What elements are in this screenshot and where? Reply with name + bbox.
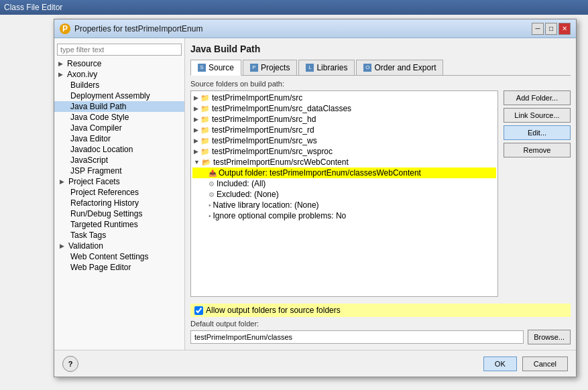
folder-icon: 📁 xyxy=(200,126,210,135)
sidebar-item-run-debug[interactable]: Run/Debug Settings xyxy=(54,208,184,219)
filter-input[interactable] xyxy=(57,44,182,56)
sidebar-item-web-content[interactable]: Web Content Settings xyxy=(54,251,184,262)
list-item[interactable]: ⚙ Excluded: (None) xyxy=(192,189,496,200)
maximize-button[interactable]: □ xyxy=(545,23,557,35)
folder-icon: 📂 xyxy=(202,158,211,167)
src-path: testPrimeImportEnum/src xyxy=(212,93,302,103)
expand-icon: ▶ xyxy=(194,116,198,123)
sidebar-item-java-editor[interactable]: Java Editor xyxy=(54,133,184,144)
tab-label: Order and Export xyxy=(374,63,436,72)
sidebar-item-label: JSP Fragment xyxy=(70,166,121,176)
bullet-icon: • xyxy=(209,212,211,220)
folder-icon: 📁 xyxy=(200,94,210,103)
folder-icon: 📁 xyxy=(200,147,210,156)
help-button[interactable]: ? xyxy=(62,356,78,372)
sidebar-item-web-page-editor[interactable]: Web Page Editor xyxy=(54,262,184,273)
help-area: ? xyxy=(62,356,78,372)
sidebar-item-javadoc[interactable]: Javadoc Location xyxy=(54,144,184,155)
sidebar-item-project-references[interactable]: Project References xyxy=(54,187,184,198)
list-item[interactable]: • Native library location: (None) xyxy=(192,200,496,210)
src-path: testPrimeImportEnum/src_ws xyxy=(212,136,317,145)
sidebar-item-label: Task Tags xyxy=(70,231,106,240)
dialog-title-bar: P Properties for testPrimeImportEnum ─ □… xyxy=(54,19,576,38)
sidebar-item-java-compiler[interactable]: Java Compiler xyxy=(54,123,184,133)
source-label: Source folders on build path: xyxy=(190,80,571,88)
output-folder-input[interactable] xyxy=(190,330,524,344)
list-item[interactable]: 📤 Output folder: testPrimeImportEnum/cla… xyxy=(192,168,496,178)
allow-output-folders-checkbox[interactable] xyxy=(194,306,203,315)
output-folder-icon: 📤 xyxy=(209,170,217,177)
tab-libraries[interactable]: L Libraries xyxy=(298,60,355,75)
list-item[interactable]: ▼ 📂 testPrimeImportEnum/srcWebContent xyxy=(192,157,496,168)
sidebar-item-label: Validation xyxy=(68,241,103,251)
link-source-button[interactable]: Link Source... xyxy=(504,108,571,123)
arrow-icon: ▶ xyxy=(60,243,64,249)
arrow-icon: ▶ xyxy=(58,60,63,67)
browse-button[interactable]: Browse... xyxy=(528,330,571,344)
tab-source[interactable]: S Source xyxy=(190,60,241,76)
list-item[interactable]: ▶ 📁 testPrimeImportEnum/src_hd xyxy=(192,114,496,125)
ok-button[interactable]: OK xyxy=(483,356,517,371)
sidebar-item-label: Builders xyxy=(70,80,99,90)
close-button[interactable]: ✕ xyxy=(558,23,571,35)
order-tab-icon: O xyxy=(363,64,371,72)
sidebar-item-label: Project References xyxy=(70,188,139,197)
allow-output-folders-row: Allow output folders for source folders xyxy=(190,304,571,317)
sidebar-item-refactoring[interactable]: Refactoring History xyxy=(54,198,184,208)
expand-icon: ▶ xyxy=(194,94,198,101)
bullet-icon: • xyxy=(209,202,211,209)
sidebar-item-task-tags[interactable]: Task Tags xyxy=(54,230,184,241)
add-folder-button[interactable]: Add Folder... xyxy=(504,90,571,105)
remove-button[interactable]: Remove xyxy=(504,143,571,157)
minimize-button[interactable]: ─ xyxy=(532,23,544,35)
eclipse-title-text: Class File Editor xyxy=(4,3,62,12)
list-item[interactable]: ▶ 📁 testPrimeImportEnum/src_wsproc xyxy=(192,146,496,157)
sidebar-item-label: Web Page Editor xyxy=(70,263,131,272)
sidebar-item-deployment[interactable]: Deployment Assembly xyxy=(54,90,184,101)
tab-label: Libraries xyxy=(316,63,347,72)
sidebar-item-label: Web Content Settings xyxy=(70,252,149,261)
list-item[interactable]: ▶ 📁 testPrimeImportEnum/src_ws xyxy=(192,135,496,146)
sidebar-item-java-build-path[interactable]: Java Build Path xyxy=(54,101,184,112)
tab-label: Projects xyxy=(261,63,290,72)
tab-order-export[interactable]: O Order and Export xyxy=(356,60,443,75)
dialog-title-buttons: ─ □ ✕ xyxy=(532,23,571,35)
sub-item-label: Output folder: testPrimeImportEnum/class… xyxy=(219,168,421,178)
action-buttons-panel: Add Folder... Link Source... Edit... Rem… xyxy=(504,90,571,297)
output-folder-row: Browse... xyxy=(190,330,571,344)
sidebar-item-builders[interactable]: Builders xyxy=(54,80,184,90)
edit-button[interactable]: Edit... xyxy=(504,125,571,140)
sidebar-item-label: Java Build Path xyxy=(70,102,126,111)
sidebar-item-javascript[interactable]: JavaScript xyxy=(54,155,184,166)
expand-icon: ▶ xyxy=(194,148,198,155)
sidebar-item-label: Axon.ivy xyxy=(67,70,97,79)
list-item[interactable]: ▶ 📁 testPrimeImportEnum/src xyxy=(192,92,496,103)
source-tree[interactable]: ▶ 📁 testPrimeImportEnum/src ▶ 📁 testPrim… xyxy=(190,90,498,297)
sidebar-item-axon[interactable]: ▶ Axon.ivy xyxy=(54,69,184,80)
sidebar-item-project-facets[interactable]: ▶ Project Facets xyxy=(54,176,184,187)
sidebar-item-label: Resource xyxy=(67,59,101,68)
source-tab-icon: S xyxy=(198,64,206,72)
dialog-title-text: Properties for testPrimeImportEnum xyxy=(74,24,202,34)
list-item[interactable]: ▶ 📁 testPrimeImportEnum/src_dataClasses xyxy=(192,103,496,114)
sidebar-item-jsp[interactable]: JSP Fragment xyxy=(54,166,184,176)
dialog-body: ▶ Resource ▶ Axon.ivy Builders Deploymen… xyxy=(54,38,576,350)
sidebar-item-label: Refactoring History xyxy=(70,198,139,208)
folder-icon: 📁 xyxy=(200,137,210,145)
sub-item-label: Excluded: (None) xyxy=(217,190,279,199)
sidebar-item-java-code-style[interactable]: Java Code Style xyxy=(54,112,184,123)
sidebar-item-label: Java Compiler xyxy=(70,123,122,133)
arrow-icon: ▶ xyxy=(58,71,63,78)
cancel-button[interactable]: Cancel xyxy=(522,356,568,371)
dialog-footer: ? OK Cancel xyxy=(54,350,576,377)
right-panel: Java Build Path S Source P Projects L Li… xyxy=(185,38,576,350)
list-item[interactable]: ▶ 📁 testPrimeImportEnum/src_rd xyxy=(192,125,496,135)
tab-projects[interactable]: P Projects xyxy=(243,60,297,75)
list-item[interactable]: ⚙ Included: (All) xyxy=(192,178,496,189)
src-path: testPrimeImportEnum/src_rd xyxy=(212,125,314,135)
expand-icon: ▶ xyxy=(194,105,198,112)
sidebar-item-targeted-runtimes[interactable]: Targeted Runtimes xyxy=(54,219,184,230)
list-item[interactable]: • Ignore optional compile problems: No xyxy=(192,210,496,221)
sidebar-item-resource[interactable]: ▶ Resource xyxy=(54,58,184,69)
sidebar-item-validation[interactable]: ▶ Validation xyxy=(54,241,184,251)
